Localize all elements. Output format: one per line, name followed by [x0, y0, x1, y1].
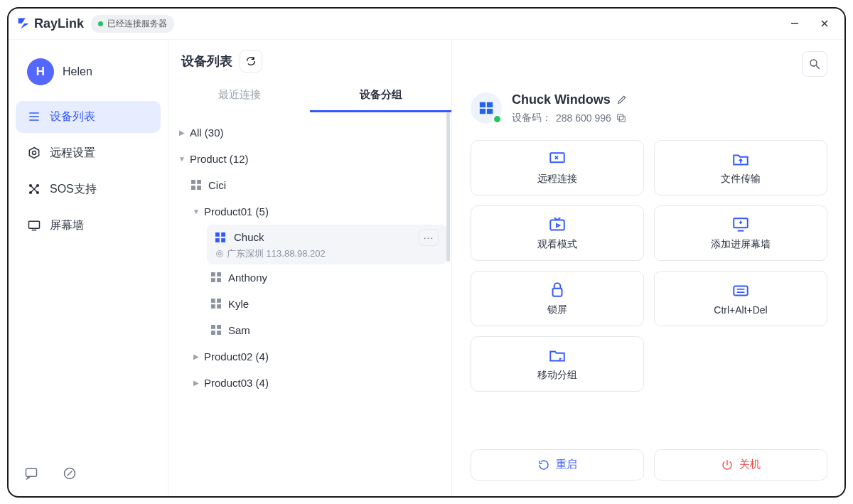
wall-icon	[27, 218, 41, 232]
svg-point-3	[33, 151, 36, 155]
keyboard-icon	[731, 282, 750, 300]
search-button[interactable]	[802, 51, 827, 77]
tree-product02[interactable]: ▶Product02 (4)	[171, 343, 447, 370]
monitor-plus-icon	[731, 215, 750, 234]
device-sam[interactable]: Sam	[171, 317, 447, 343]
svg-rect-30	[217, 299, 221, 303]
nav-wall[interactable]: 屏幕墙	[16, 210, 161, 242]
tree-all[interactable]: ▶All (30)	[171, 119, 447, 146]
tab-recent[interactable]: 最近连接	[168, 80, 310, 112]
tree-product01[interactable]: ▼Product01 (5)	[171, 198, 447, 225]
power-icon	[721, 459, 734, 471]
svg-rect-36	[217, 331, 221, 335]
edit-icon[interactable]	[616, 94, 628, 105]
svg-rect-35	[211, 331, 215, 335]
action-file-transfer-label: 文件传输	[721, 173, 761, 186]
refresh-button[interactable]	[240, 50, 262, 73]
action-file-transfer[interactable]: 文件传输	[654, 140, 827, 195]
lock-icon	[548, 281, 567, 299]
svg-rect-21	[215, 238, 220, 242]
windows-icon	[211, 299, 221, 309]
svg-rect-42	[487, 108, 493, 113]
svg-line-38	[816, 65, 820, 69]
svg-rect-16	[197, 180, 201, 184]
svg-rect-20	[221, 232, 225, 237]
caret-down-icon: ▼	[177, 155, 187, 163]
titlebar: RayLink 已经连接服务器	[9, 9, 844, 40]
device-os-avatar	[471, 92, 502, 124]
device-chuck[interactable]: Chuck ··· 广东深圳 113.88.98.202	[207, 225, 447, 264]
windows-icon	[211, 325, 221, 335]
app-logo: RayLink	[17, 16, 84, 31]
device-sam-label: Sam	[228, 324, 250, 336]
device-kyle[interactable]: Kyle	[171, 291, 447, 317]
device-cici[interactable]: Cici	[171, 172, 447, 198]
svg-rect-25	[211, 272, 215, 277]
svg-line-14	[68, 471, 73, 476]
device-chuck-label: Chuck	[234, 231, 264, 243]
svg-rect-10	[29, 221, 40, 228]
close-button[interactable]	[813, 15, 836, 32]
device-code-label: 设备码：	[512, 112, 552, 124]
nav-devices-label: 设备列表	[50, 109, 95, 124]
svg-rect-41	[480, 108, 485, 113]
nav-sos[interactable]: SOS支持	[16, 173, 161, 205]
online-status-dot	[493, 114, 502, 124]
device-list-panel: 设备列表 最近连接 设备分组 ▶All (30) ▼Product (12) C…	[168, 40, 452, 496]
monitor-icon	[548, 150, 567, 168]
sos-icon	[27, 182, 41, 196]
tree-product03[interactable]: ▶Product03 (4)	[171, 370, 447, 396]
device-anthony[interactable]: Anthony	[171, 264, 447, 291]
restart-button[interactable]: 重启	[471, 449, 644, 481]
action-ctrl-alt-del[interactable]: Ctrl+Alt+Del	[654, 271, 827, 326]
device-anthony-label: Anthony	[228, 272, 267, 284]
action-remote-connect[interactable]: 远程连接	[471, 140, 644, 195]
action-cad-label: Ctrl+Alt+Del	[714, 304, 767, 316]
svg-rect-39	[480, 102, 485, 107]
windows-icon	[215, 232, 225, 242]
list-icon	[27, 109, 41, 124]
action-watch-mode[interactable]: 观看模式	[471, 205, 644, 261]
svg-rect-29	[211, 299, 215, 303]
avatar: H	[27, 58, 54, 85]
username: Helen	[63, 65, 92, 78]
tab-groups[interactable]: 设备分组	[310, 80, 451, 112]
device-name: Chuck Windows	[512, 92, 611, 107]
status-dot-icon	[98, 21, 103, 26]
device-code-value: 288 600 996	[556, 112, 611, 124]
tree-product-label: Product (12)	[190, 153, 249, 165]
tree-product[interactable]: ▼Product (12)	[171, 146, 447, 172]
nav-settings[interactable]: 远程设置	[16, 137, 161, 169]
tree-product03-label: Product03 (4)	[204, 377, 269, 389]
app-window: RayLink 已经连接服务器 H Helen 设备列表 远程设置	[7, 7, 846, 498]
action-add-wall[interactable]: 添加进屏幕墙	[654, 205, 827, 261]
device-tree[interactable]: ▶All (30) ▼Product (12) Cici ▼Product01 …	[168, 112, 451, 496]
action-move-group[interactable]: 移动分组	[471, 336, 644, 392]
connection-status-text: 已经连接服务器	[107, 18, 167, 30]
svg-rect-22	[221, 238, 225, 242]
action-lock[interactable]: 锁屏	[471, 271, 644, 326]
compass-icon[interactable]	[63, 466, 77, 481]
nav-wall-label: 屏幕墙	[50, 218, 84, 233]
svg-rect-18	[197, 186, 201, 190]
brand-text: RayLink	[34, 16, 84, 31]
shutdown-button[interactable]: 关机	[654, 449, 827, 481]
scrollbar[interactable]	[446, 112, 450, 262]
svg-rect-12	[26, 468, 37, 476]
sidebar: H Helen 设备列表 远程设置 SOS支持 屏幕墙	[9, 40, 168, 496]
svg-rect-17	[191, 186, 195, 190]
search-icon	[808, 58, 821, 70]
copy-icon[interactable]	[616, 112, 627, 124]
nav-devices[interactable]: 设备列表	[16, 101, 161, 133]
chat-icon[interactable]	[24, 466, 38, 481]
svg-rect-15	[191, 180, 195, 184]
svg-rect-19	[215, 232, 220, 237]
svg-rect-32	[217, 304, 221, 309]
tree-product02-label: Product02 (4)	[204, 350, 269, 363]
minimize-button[interactable]	[783, 15, 806, 32]
device-more-button[interactable]: ···	[419, 229, 439, 246]
user-block[interactable]: H Helen	[9, 51, 168, 101]
connection-status-pill: 已经连接服务器	[91, 15, 174, 33]
caret-right-icon: ▶	[191, 379, 201, 387]
svg-rect-43	[618, 114, 623, 119]
